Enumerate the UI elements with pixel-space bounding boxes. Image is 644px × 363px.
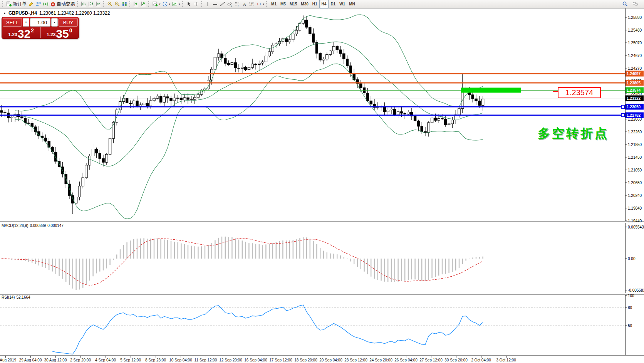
macd-axis-label: 0.005543 bbox=[628, 225, 644, 229]
toolbar-zoom-out-button[interactable] bbox=[114, 0, 121, 8]
buy-button[interactable]: BUY bbox=[59, 18, 78, 27]
time-axis-tick bbox=[456, 356, 456, 358]
toolbar-new-chart-button[interactable]: ▾ bbox=[151, 0, 161, 8]
toolbar-zoom-in-button[interactable] bbox=[106, 0, 114, 8]
cursor-icon bbox=[186, 1, 192, 7]
timeframe-M1-button[interactable]: M1 bbox=[269, 0, 278, 8]
highlighted-line-segment[interactable] bbox=[461, 88, 521, 93]
timeframe-W1-button[interactable]: W1 bbox=[337, 0, 347, 8]
toolbar-crosshair-button[interactable] bbox=[193, 0, 200, 8]
macd-axis-label: 0.00 bbox=[628, 257, 635, 261]
time-axis-label: 2 Sep 20:00 bbox=[70, 358, 91, 362]
pane-splitter-rsi[interactable] bbox=[0, 293, 644, 295]
time-axis-label: 17 Sep 12:00 bbox=[269, 358, 292, 362]
toolbar-cursor-button[interactable] bbox=[185, 0, 193, 8]
time-axis-tick bbox=[256, 356, 256, 358]
macd-signal-value: 0.000147 bbox=[47, 224, 64, 228]
chart-autoscroll-icon bbox=[141, 1, 146, 7]
time-axis-tick bbox=[156, 356, 156, 358]
time-axis-tick bbox=[231, 356, 231, 358]
toolbar-signal-button[interactable] bbox=[42, 0, 49, 8]
toolbar-chat-user-button[interactable] bbox=[35, 0, 42, 8]
toolbar-new-order-button[interactable]: 新订单 bbox=[5, 0, 27, 8]
horizontal-line-object[interactable] bbox=[0, 106, 625, 108]
toolbar-bar-chart-button[interactable] bbox=[80, 0, 87, 8]
chart-overlays: 1.258801.254801.250701.246701.242701.238… bbox=[0, 0, 644, 363]
timeframe-M15-button[interactable]: M15 bbox=[288, 0, 299, 8]
autotrade-icon bbox=[50, 1, 56, 7]
toolbar-fibonacci-button[interactable]: F bbox=[233, 0, 241, 8]
timeframe-H1-button[interactable]: H1 bbox=[310, 0, 319, 8]
sell-button[interactable]: SELL bbox=[3, 18, 22, 27]
sell-price-prefix: 1.23 bbox=[8, 32, 17, 37]
buy-price-sup: 0 bbox=[69, 27, 72, 34]
annotation-text[interactable]: 多空转折点 bbox=[538, 125, 609, 142]
timeframe-M30-button[interactable]: M30 bbox=[299, 0, 310, 8]
price-axis-label: 1.20650 bbox=[628, 180, 642, 185]
toolbar-text-label-button[interactable]: T bbox=[248, 0, 255, 8]
toolbar-period-clock-button[interactable]: ▾ bbox=[161, 0, 171, 8]
macd-label: MACD(12,26,9)0.0003890.000147 bbox=[2, 224, 65, 228]
toolbar-arrows-button[interactable]: ▾ bbox=[255, 0, 265, 8]
toolbar-trendline-button[interactable] bbox=[219, 0, 226, 8]
toolbar-vertical-line-button[interactable] bbox=[204, 0, 211, 8]
price-axis-label: 1.21050 bbox=[628, 168, 642, 172]
toolbar-equidistant-channel-button[interactable]: E bbox=[226, 0, 233, 8]
price-axis-tick bbox=[625, 195, 627, 196]
buy-price-prefix: 1.23 bbox=[47, 32, 55, 37]
callout-leader-line bbox=[553, 91, 558, 92]
horizontal-line-object[interactable] bbox=[0, 90, 625, 91]
price-line-badge: 1.23574 bbox=[626, 87, 644, 93]
time-axis-tick bbox=[381, 356, 381, 358]
horizontal-line-object[interactable] bbox=[0, 82, 625, 84]
volume-decrease-button[interactable]: ▼ bbox=[23, 18, 29, 27]
buy-price[interactable]: 1.23 35 0 bbox=[41, 27, 78, 39]
toolbar-candlestick-button[interactable] bbox=[87, 0, 95, 8]
toolbar-chart-shift-button[interactable] bbox=[132, 0, 140, 8]
toolbar-grip bbox=[103, 1, 105, 7]
volume-input[interactable]: 1.00 bbox=[30, 18, 50, 27]
time-axis-tick bbox=[281, 356, 281, 358]
horizontal-line-object[interactable] bbox=[0, 73, 625, 74]
toolbar-eraser-button[interactable] bbox=[27, 0, 35, 8]
macd-name: MACD(12,26,9) bbox=[2, 224, 28, 228]
toolbar-tile-windows-button[interactable] bbox=[121, 0, 128, 8]
horizontal-line-object[interactable] bbox=[0, 115, 625, 116]
price-axis-label: 1.21850 bbox=[628, 143, 642, 147]
sell-price[interactable]: 1.23 32 2 bbox=[3, 27, 40, 39]
symbol-period-label: GBPUSD-,H4 bbox=[8, 10, 37, 16]
timeframe-M5-button[interactable]: M5 bbox=[278, 0, 288, 8]
price-divider bbox=[40, 27, 41, 38]
timeframe-D1-button[interactable]: D1 bbox=[329, 0, 337, 8]
toolbar-chart-autoscroll-button[interactable] bbox=[140, 0, 147, 8]
rsi-axis-tick bbox=[625, 295, 627, 296]
new-chart-icon bbox=[152, 1, 158, 7]
pane-splitter-macd[interactable] bbox=[0, 221, 644, 223]
toolbar-community-button[interactable] bbox=[632, 0, 639, 8]
toolbar: 新订单自动交易▾▾▾EFAT▾M1M5M15M30H1H4D1W1MN bbox=[0, 0, 644, 8]
time-axis-label: 30 Sep 20:00 bbox=[444, 358, 468, 362]
timeframe-H4-button[interactable]: H4 bbox=[319, 0, 329, 9]
toolbar-grip bbox=[148, 1, 150, 7]
svg-text:F: F bbox=[238, 5, 239, 7]
time-axis-line bbox=[0, 355, 644, 356]
toolbar-search-button[interactable] bbox=[621, 0, 629, 8]
svg-text:T: T bbox=[251, 2, 253, 6]
collapse-panel-icon[interactable]: ▲ bbox=[3, 12, 6, 15]
price-axis-label: 1.24270 bbox=[628, 66, 642, 71]
volume-increase-button[interactable]: ▲ bbox=[51, 18, 58, 27]
toolbar-horizontal-line-button[interactable] bbox=[211, 0, 219, 8]
line-endpoint-marker[interactable] bbox=[621, 113, 625, 117]
time-axis-tick bbox=[106, 356, 106, 358]
price-callout[interactable]: 1.23574 bbox=[558, 87, 601, 98]
sell-price-big: 32 bbox=[18, 29, 30, 39]
toolbar-right bbox=[621, 0, 643, 8]
timeframe-MN-button[interactable]: MN bbox=[347, 0, 357, 8]
line-endpoint-marker[interactable] bbox=[621, 105, 625, 109]
time-axis-label: 8 Sep 23:00 bbox=[145, 358, 166, 362]
toolbar-autotrade-button[interactable]: 自动交易 bbox=[49, 0, 76, 8]
toolbar-indicator-template-button[interactable]: ▾ bbox=[171, 0, 181, 8]
horizontal-line-icon bbox=[212, 1, 218, 7]
toolbar-text-button[interactable]: A bbox=[241, 0, 248, 8]
toolbar-line-chart-button[interactable] bbox=[95, 0, 102, 8]
